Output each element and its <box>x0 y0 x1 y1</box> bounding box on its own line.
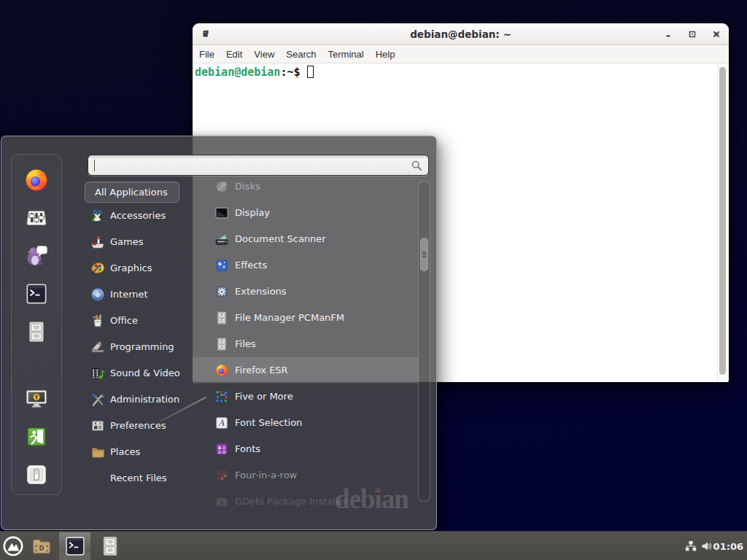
taskbar-files-launcher[interactable] <box>99 535 121 557</box>
recent-files-item[interactable]: Recent Files <box>110 467 198 489</box>
terminal-cursor <box>307 66 314 78</box>
app-firefox-esr[interactable]: Firefox ESR <box>193 357 418 384</box>
minimize-button[interactable] <box>662 28 674 40</box>
category-label: Games <box>110 231 143 253</box>
app-label: GDebi Package Installer <box>235 489 348 515</box>
mixer-sliders-icon <box>25 206 48 230</box>
app-document-scanner[interactable]: Document Scanner <box>193 226 418 252</box>
category-label: Sound & Video <box>110 362 180 384</box>
firefox-icon <box>24 168 49 192</box>
desktop-screen: debian debian@debian: ~ File Edit View S… <box>0 0 747 560</box>
scrollbar-grip <box>422 252 426 253</box>
session-lock-screen[interactable] <box>23 386 50 412</box>
effects-icon <box>215 259 228 272</box>
internet-icon <box>90 287 105 302</box>
menu-terminal[interactable]: Terminal <box>322 47 370 62</box>
favorite-terminal[interactable] <box>23 281 50 307</box>
taskbar-panel: 01:06 <box>0 531 747 560</box>
fonts-icon <box>215 443 228 456</box>
session-logout[interactable] <box>23 424 50 450</box>
search-caret <box>94 160 95 171</box>
taskbar-clock[interactable]: 01:06 <box>713 532 743 560</box>
category-label: Internet <box>110 284 148 306</box>
accessories-icon <box>90 209 105 223</box>
category-label: Preferences <box>110 415 166 437</box>
app-label: Five or More <box>235 384 293 410</box>
app-file-manager-pcmanfm[interactable]: File Manager PCManFM <box>193 305 418 331</box>
session-shutdown[interactable] <box>23 462 50 488</box>
menu-search-box[interactable] <box>88 155 429 176</box>
app-label: Four-in-a-row <box>235 462 297 489</box>
document-scanner-icon <box>215 233 228 246</box>
app-effects[interactable]: Effects <box>193 252 418 279</box>
category-games[interactable]: Games <box>85 231 193 253</box>
file-cabinet-icon <box>25 320 48 343</box>
terminal-scrollbar[interactable] <box>717 64 728 381</box>
app-font-selection[interactable]: Font Selection <box>193 410 418 436</box>
app-label: Extensions <box>235 279 287 305</box>
favorite-settings[interactable] <box>23 205 50 231</box>
network-icon[interactable] <box>685 540 697 552</box>
graphics-icon <box>90 261 105 276</box>
category-label: Accessories <box>110 205 166 227</box>
favorite-firefox[interactable] <box>23 167 50 193</box>
menu-search[interactable]: Search <box>280 47 322 62</box>
menu-help[interactable]: Help <box>370 47 401 62</box>
five-or-more-icon <box>215 390 228 403</box>
places-icon <box>90 445 105 459</box>
category-label: Administration <box>110 389 179 411</box>
lock-screen-icon <box>25 387 48 411</box>
app-files[interactable]: Files <box>193 331 418 357</box>
category-preferences[interactable]: Preferences <box>85 415 193 437</box>
category-internet[interactable]: Internet <box>85 284 193 306</box>
terminal-titlebar[interactable]: debian@debian: ~ <box>193 23 729 45</box>
favorite-file-manager[interactable] <box>23 319 50 345</box>
app-four-in-a-row[interactable]: Four-in-a-row <box>193 462 418 489</box>
category-graphics[interactable]: Graphics <box>85 257 193 279</box>
sound-video-icon <box>90 366 105 381</box>
volume-icon[interactable] <box>701 540 713 552</box>
category-sound-video[interactable]: Sound & Video <box>85 362 193 384</box>
terminal-scrollbar-thumb[interactable] <box>719 67 726 375</box>
app-display[interactable]: Display <box>193 200 418 226</box>
category-programming[interactable]: Programming <box>85 336 193 358</box>
search-icon <box>411 160 422 171</box>
menu-scrollbar-thumb[interactable] <box>420 238 428 271</box>
four-in-a-row-icon <box>215 469 228 482</box>
close-button[interactable] <box>711 28 722 40</box>
menu-file[interactable]: File <box>193 47 220 62</box>
category-all-applications[interactable]: All Applications <box>85 182 179 203</box>
category-places[interactable]: Places <box>85 441 193 463</box>
app-label: Effects <box>235 252 267 279</box>
app-gdebi-package-installer[interactable]: GDebi Package Installer <box>193 489 418 515</box>
search-input[interactable] <box>94 158 400 172</box>
category-office[interactable]: Office <box>85 310 193 332</box>
category-accessories[interactable]: Accessories <box>85 205 193 227</box>
menu-edit[interactable]: Edit <box>220 47 248 62</box>
category-administration[interactable]: Administration <box>85 389 193 411</box>
maximize-button[interactable] <box>686 28 698 40</box>
category-label: Office <box>110 310 138 332</box>
taskbar-menu-button[interactable] <box>2 535 24 557</box>
shutdown-icon <box>25 463 48 486</box>
favorite-pidgin[interactable] <box>23 243 50 269</box>
app-label: Document Scanner <box>235 226 326 252</box>
taskbar-terminal-launcher[interactable] <box>64 535 86 557</box>
menu-view[interactable]: View <box>248 47 280 62</box>
terminal-window-title: debian@debian: ~ <box>193 23 729 45</box>
app-disks[interactable]: Disks <box>193 174 418 200</box>
programming-icon <box>90 340 105 354</box>
office-icon <box>90 314 105 328</box>
terminal-icon <box>25 282 48 306</box>
app-five-or-more[interactable]: Five or More <box>193 384 418 410</box>
app-label: Fonts <box>235 436 260 462</box>
gdebi-icon <box>215 495 228 508</box>
games-icon <box>90 235 105 249</box>
display-icon <box>215 206 228 219</box>
taskbar-file-manager-launcher[interactable] <box>31 535 53 557</box>
pidgin-icon <box>25 244 48 268</box>
administration-icon <box>90 392 105 407</box>
app-fonts[interactable]: Fonts <box>193 436 418 462</box>
menu-scrollbar[interactable] <box>418 181 430 502</box>
app-extensions[interactable]: Extensions <box>193 279 418 305</box>
